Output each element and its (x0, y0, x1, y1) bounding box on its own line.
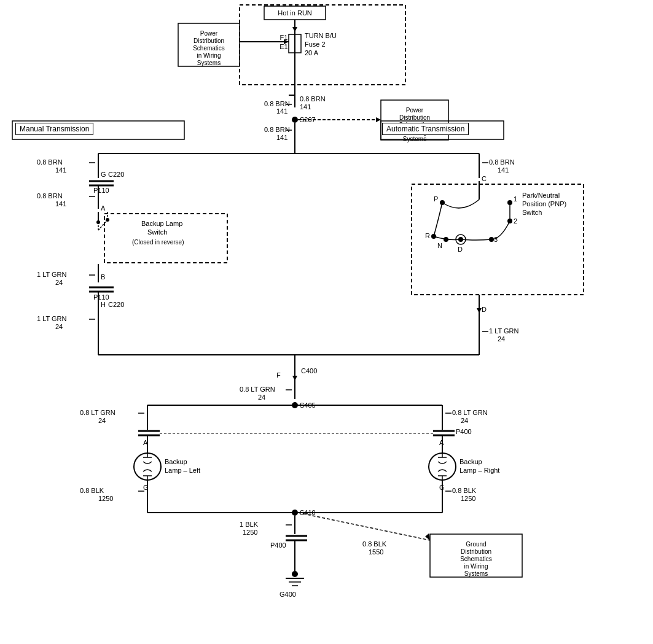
svg-text:R: R (425, 232, 430, 239)
svg-text:0.8 BRN: 0.8 BRN (300, 95, 326, 103)
diagram-container: Hot in RUN F1 E1 TURN B/U Fuse 2 20 A Po… (0, 0, 653, 644)
svg-rect-1 (264, 6, 326, 20)
svg-text:C220: C220 (108, 171, 124, 178)
svg-text:Lamp – Right: Lamp – Right (459, 467, 499, 474)
svg-rect-189 (430, 534, 522, 577)
svg-text:Switch: Switch (522, 209, 542, 216)
svg-text:A: A (143, 439, 148, 446)
svg-point-97 (507, 200, 512, 205)
svg-rect-91 (412, 184, 584, 295)
svg-text:1 LT GRN: 1 LT GRN (489, 327, 519, 335)
svg-text:0.8 BRN: 0.8 BRN (264, 126, 290, 133)
svg-text:in Wiring: in Wiring (464, 563, 488, 570)
svg-text:Schematics: Schematics (193, 45, 225, 52)
svg-text:0.8 BLK: 0.8 BLK (362, 540, 387, 548)
svg-text:1250: 1250 (243, 529, 257, 536)
svg-text:0.8 BLK: 0.8 BLK (80, 487, 104, 494)
svg-point-157 (429, 453, 456, 480)
svg-text:S405: S405 (300, 402, 316, 409)
svg-text:0.8 BRN: 0.8 BRN (264, 100, 290, 107)
svg-marker-188 (425, 533, 430, 540)
svg-text:Lamp – Left: Lamp – Left (165, 467, 200, 474)
svg-text:(Closed in reverse): (Closed in reverse) (132, 239, 184, 246)
svg-text:Systems: Systems (464, 570, 488, 577)
svg-point-127 (292, 402, 298, 408)
svg-point-101 (444, 237, 448, 242)
svg-text:A: A (101, 204, 106, 212)
svg-rect-61 (104, 214, 227, 263)
svg-text:141: 141 (276, 134, 287, 141)
svg-text:141: 141 (276, 107, 287, 115)
svg-text:Distribution: Distribution (461, 548, 491, 555)
svg-text:Ground: Ground (466, 541, 486, 548)
svg-text:24: 24 (55, 279, 63, 286)
svg-text:G: G (101, 171, 106, 178)
svg-text:P400: P400 (456, 428, 472, 435)
svg-text:Power: Power (406, 107, 424, 114)
svg-text:Position (PNP): Position (PNP) (522, 200, 566, 208)
svg-text:S207: S207 (300, 116, 316, 123)
svg-marker-13 (284, 39, 289, 44)
svg-text:1250: 1250 (461, 495, 475, 502)
svg-text:Backup Lamp: Backup Lamp (141, 220, 182, 227)
svg-text:1 LT GRN: 1 LT GRN (37, 271, 67, 278)
svg-point-182 (292, 571, 298, 577)
svg-text:Hot in RUN: Hot in RUN (278, 9, 312, 17)
svg-text:141: 141 (300, 103, 311, 111)
svg-text:S410: S410 (300, 509, 316, 516)
wiring-diagram-svg: Hot in RUN F1 E1 TURN B/U Fuse 2 20 A Po… (0, 0, 653, 644)
auto-transmission-label: Automatic Transmission (382, 123, 469, 135)
svg-text:Backup: Backup (459, 458, 482, 465)
svg-text:C: C (482, 175, 487, 182)
svg-text:D: D (482, 306, 487, 313)
svg-text:B: B (101, 273, 105, 281)
svg-text:2: 2 (514, 217, 517, 225)
svg-text:24: 24 (498, 335, 505, 343)
svg-point-172 (292, 510, 298, 516)
svg-text:Systems: Systems (197, 60, 221, 66)
svg-text:Backup: Backup (165, 458, 187, 465)
svg-text:20 A: 20 A (305, 49, 319, 56)
svg-text:141: 141 (55, 166, 66, 174)
svg-text:E1: E1 (280, 43, 287, 50)
svg-text:1250: 1250 (98, 495, 113, 502)
svg-marker-30 (376, 117, 381, 122)
svg-text:Power: Power (200, 30, 218, 37)
svg-point-24 (292, 117, 298, 123)
svg-text:N: N (437, 242, 442, 249)
svg-text:TURN B/U: TURN B/U (305, 32, 337, 39)
svg-text:P110: P110 (93, 293, 109, 301)
svg-rect-11 (289, 34, 301, 53)
svg-text:Systems: Systems (403, 136, 426, 142)
svg-text:H: H (101, 301, 106, 308)
svg-line-68 (98, 220, 108, 230)
svg-text:0.8 BRN: 0.8 BRN (37, 158, 63, 166)
svg-text:F: F (276, 371, 281, 379)
svg-point-137 (134, 453, 161, 480)
svg-text:1: 1 (514, 195, 517, 203)
svg-point-69 (106, 218, 109, 222)
svg-text:0.8 BRN: 0.8 BRN (489, 158, 515, 166)
svg-text:Distribution: Distribution (194, 37, 224, 44)
svg-text:0.8 BRN: 0.8 BRN (37, 192, 63, 200)
svg-text:P400: P400 (270, 541, 286, 549)
svg-point-103 (458, 237, 463, 242)
svg-rect-0 (240, 5, 405, 85)
svg-point-66 (96, 220, 100, 224)
svg-text:F1: F1 (280, 34, 288, 41)
svg-text:Distribution: Distribution (399, 114, 430, 121)
svg-text:G: G (143, 484, 149, 491)
svg-text:24: 24 (461, 417, 468, 424)
svg-point-110 (456, 235, 466, 244)
svg-text:P: P (434, 195, 438, 203)
svg-marker-120 (292, 376, 297, 381)
svg-text:Fuse 2: Fuse 2 (305, 41, 326, 48)
svg-text:G400: G400 (280, 591, 296, 598)
svg-marker-4 (292, 27, 297, 32)
svg-text:24: 24 (258, 394, 265, 401)
svg-text:Schematics: Schematics (460, 556, 492, 562)
svg-text:G: G (439, 484, 445, 491)
svg-text:0.8 LT GRN: 0.8 LT GRN (80, 409, 115, 416)
svg-text:0.8 LT GRN: 0.8 LT GRN (452, 409, 488, 416)
svg-text:24: 24 (98, 417, 106, 424)
